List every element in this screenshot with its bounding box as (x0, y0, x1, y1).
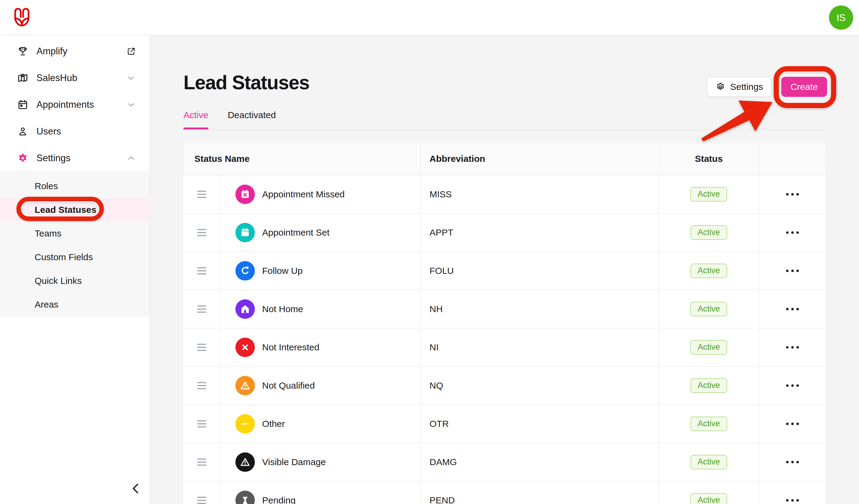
row-actions-button[interactable] (783, 190, 802, 199)
drag-cell (183, 290, 220, 328)
status-badge: Active (690, 187, 727, 202)
sidebar-item-roles[interactable]: Roles (0, 174, 149, 198)
collapse-sidebar-button[interactable] (129, 481, 144, 496)
status-name: Not Interested (262, 342, 319, 352)
tab-deactivated[interactable]: Deactivated (228, 110, 276, 129)
sidebar-subitem-label: Lead Statuses (35, 205, 96, 215)
table-row-visible-damage: Visible DamageDAMGActive (183, 443, 825, 482)
create-button[interactable]: Create (781, 77, 827, 97)
abbreviation-cell: APPT (421, 214, 659, 251)
sidebar-item-custom-fields[interactable]: Custom Fields (0, 245, 149, 269)
map-icon (17, 72, 29, 84)
status-cell: Active (659, 290, 759, 328)
row-actions-button[interactable] (783, 305, 802, 313)
table-row-appointment-missed: Appointment MissedMISSActive (183, 175, 825, 214)
sidebar-item-teams[interactable]: Teams (0, 222, 149, 245)
chevron-down-icon[interactable] (126, 100, 136, 110)
status-badge: Active (690, 378, 727, 393)
drag-handle-icon[interactable] (197, 420, 206, 427)
abbreviation-cell: FOLU (421, 252, 659, 290)
status-tabs: ActiveDeactivated (183, 110, 276, 129)
abbreviation-cell: PEND (421, 482, 659, 504)
sidebar-item-areas[interactable]: Areas (0, 293, 149, 316)
drag-handle-icon[interactable] (197, 267, 206, 274)
table-row-pending: PendingPENDActive (183, 482, 825, 504)
sidebar-subitem-label: Custom Fields (35, 252, 93, 262)
row-actions-button[interactable] (783, 419, 802, 428)
actions-cell (759, 443, 825, 481)
warning-icon (236, 453, 255, 472)
row-actions-button[interactable] (783, 343, 802, 352)
table-row-appointment-set: Appointment SetAPPTActive (183, 214, 825, 252)
sidebar-nav: AmplifySalesHubAppointmentsUsersSettings (0, 38, 149, 171)
drag-handle-icon[interactable] (197, 382, 206, 389)
row-actions-button[interactable] (783, 381, 802, 390)
abbreviation-cell: DAMG (421, 443, 659, 481)
chevron-down-icon[interactable] (126, 73, 136, 83)
drag-handle-icon[interactable] (197, 497, 206, 504)
sidebar-item-quick-links[interactable]: Quick Links (0, 269, 149, 293)
status-name-cell: Appointment Set (220, 214, 421, 251)
status-name: Follow Up (262, 266, 303, 276)
abbreviation-value: NQ (430, 380, 443, 391)
drag-handle-icon[interactable] (197, 458, 206, 466)
row-actions-button[interactable] (783, 228, 802, 237)
drag-handle-icon[interactable] (197, 305, 206, 313)
sidebar-item-settings[interactable]: Settings (0, 145, 149, 171)
table-row-not-qualified: Not QualifiedNQActive (183, 367, 825, 405)
drag-handle-icon[interactable] (197, 229, 206, 236)
row-actions-button[interactable] (783, 496, 802, 504)
sidebar-item-lead-statuses[interactable]: Lead Statuses (0, 198, 149, 222)
settings-button[interactable]: Settings (707, 77, 771, 97)
sidebar-item-label: SalesHub (36, 73, 119, 83)
refresh-icon (236, 261, 255, 280)
abbreviation-cell: NH (421, 290, 659, 328)
actions-cell (759, 482, 825, 504)
drag-cell (183, 482, 220, 504)
drag-cell (183, 405, 220, 443)
status-name-cell: Not Interested (220, 329, 421, 366)
row-actions-button[interactable] (783, 458, 802, 467)
abbreviation-cell: NI (421, 329, 659, 366)
sidebar-subitem-label: Quick Links (35, 276, 82, 286)
abbreviation-cell: OTR (421, 405, 659, 443)
status-name-cell: Not Qualified (220, 367, 421, 404)
actions-cell (759, 329, 825, 366)
chevron-up-icon[interactable] (126, 153, 136, 163)
main-content: Lead Statuses Settings Create ActiveDeac… (150, 35, 859, 504)
status-badge: Active (690, 455, 727, 469)
sidebar-item-amplify[interactable]: Amplify (0, 38, 149, 65)
sidebar-item-saleshub[interactable]: SalesHub (0, 65, 149, 91)
calendar-icon (17, 99, 29, 110)
tab-active[interactable]: Active (183, 110, 208, 129)
status-name: Appointment Missed (262, 189, 345, 199)
status-cell: Active (659, 329, 759, 366)
drag-cell (183, 252, 220, 290)
drag-handle-icon[interactable] (197, 344, 206, 351)
sidebar-item-label: Amplify (36, 46, 119, 57)
table-body: Appointment MissedMISSActiveAppointment … (183, 175, 825, 504)
column-header-abbreviation: Abbreviation (421, 143, 659, 175)
abbreviation-value: OTR (430, 419, 449, 429)
drag-handle-icon[interactable] (197, 191, 206, 198)
calendar-x-icon (236, 185, 255, 204)
sidebar-item-appointments[interactable]: Appointments (0, 91, 149, 118)
ellipsis-icon (236, 414, 255, 433)
sidebar-item-label: Users (36, 126, 136, 137)
warning-icon (236, 376, 255, 395)
user-avatar[interactable]: IS (829, 5, 853, 30)
external-link-icon[interactable] (126, 46, 136, 56)
gear-icon (715, 82, 726, 92)
tabs-divider (183, 129, 825, 130)
sidebar-item-users[interactable]: Users (0, 118, 149, 145)
table-row-other: OtherOTRActive (183, 405, 825, 443)
actions-cell (759, 252, 825, 290)
app-logo-icon[interactable] (12, 7, 32, 28)
status-badge: Active (690, 493, 727, 504)
topbar: IS (0, 0, 859, 35)
row-actions-button[interactable] (783, 266, 802, 275)
sidebar-item-label: Settings (36, 153, 119, 164)
sidebar-subitem-label: Teams (35, 228, 61, 239)
abbreviation-value: MISS (430, 189, 452, 199)
abbreviation-value: DAMG (430, 457, 457, 467)
